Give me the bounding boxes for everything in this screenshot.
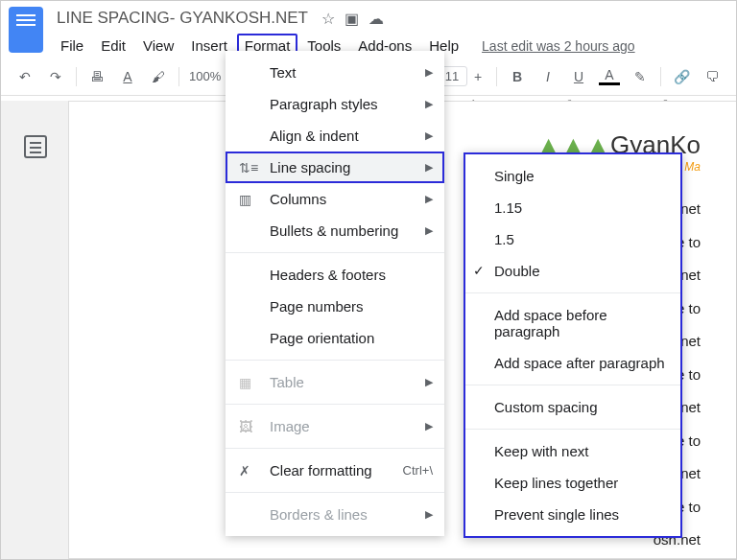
- line-spacing-icon: ⇅≡: [239, 160, 260, 175]
- format-headers-footers[interactable]: Headers & footers: [226, 259, 444, 291]
- format-table: ▦Table▶: [226, 366, 444, 398]
- format-clear-formatting[interactable]: ✗Clear formattingCtrl+\: [226, 455, 444, 486]
- move-icon[interactable]: ▣: [345, 10, 359, 28]
- italic-button[interactable]: I: [537, 66, 559, 87]
- outline-toggle-icon[interactable]: [24, 135, 47, 158]
- undo-button[interactable]: ↶: [14, 66, 36, 87]
- format-bullets[interactable]: Bullets & numbering▶: [226, 215, 444, 246]
- spacing-add-after[interactable]: Add space after paragraph: [465, 347, 680, 379]
- spacing-1-15[interactable]: 1.15: [465, 192, 680, 223]
- format-borders-lines: Borders & lines▶: [226, 499, 444, 530]
- font-size-increase[interactable]: +: [469, 68, 487, 85]
- text-color-button[interactable]: A: [599, 68, 620, 85]
- last-edit-link[interactable]: Last edit was 2 hours ago: [482, 38, 635, 54]
- underline-button[interactable]: U: [568, 66, 589, 87]
- spacing-keep-together[interactable]: Keep lines together: [465, 467, 680, 499]
- insert-comment-button[interactable]: 🗨: [701, 66, 723, 87]
- print-button[interactable]: 🖶: [86, 66, 107, 87]
- header: LINE SPACING- GYANKOSH.NET ☆ ▣ ☁ File Ed…: [1, 1, 736, 58]
- clear-format-icon: ✗: [239, 463, 260, 478]
- bold-button[interactable]: B: [507, 66, 528, 87]
- format-columns[interactable]: ▥Columns▶: [226, 183, 444, 215]
- paint-format-button[interactable]: 🖌: [148, 66, 169, 87]
- table-icon: ▦: [239, 375, 260, 390]
- spacing-single[interactable]: Single: [465, 160, 680, 192]
- columns-icon: ▥: [239, 192, 260, 207]
- spacing-prevent-single[interactable]: Prevent single lines: [465, 499, 680, 530]
- spellcheck-button[interactable]: A: [117, 66, 138, 87]
- menu-edit[interactable]: Edit: [93, 34, 133, 58]
- docs-logo-icon[interactable]: [9, 7, 43, 53]
- spacing-keep-next[interactable]: Keep with next: [465, 435, 680, 467]
- format-dropdown: Text▶ Paragraph styles▶ Align & indent▶ …: [226, 51, 444, 536]
- format-text[interactable]: Text▶: [226, 57, 444, 88]
- line-spacing-submenu: Single 1.15 1.5 ✓Double Add space before…: [464, 152, 682, 538]
- insert-link-button[interactable]: 🔗: [671, 66, 692, 87]
- star-icon[interactable]: ☆: [321, 10, 335, 28]
- format-image: 🖼Image▶: [226, 410, 444, 442]
- cloud-icon[interactable]: ☁: [368, 10, 384, 28]
- format-page-orientation[interactable]: Page orientation: [226, 322, 444, 354]
- spacing-1-5[interactable]: 1.5: [465, 223, 680, 255]
- spacing-custom[interactable]: Custom spacing: [465, 391, 680, 423]
- format-page-numbers[interactable]: Page numbers: [226, 291, 444, 322]
- redo-button[interactable]: ↷: [45, 66, 66, 87]
- highlight-button[interactable]: ✎: [630, 66, 651, 87]
- spacing-add-before[interactable]: Add space before paragraph: [465, 299, 680, 347]
- menu-file[interactable]: File: [53, 34, 91, 58]
- menu-view[interactable]: View: [135, 34, 181, 58]
- format-paragraph-styles[interactable]: Paragraph styles▶: [226, 88, 444, 120]
- check-icon: ✓: [473, 263, 485, 278]
- format-align-indent[interactable]: Align & indent▶: [226, 120, 444, 152]
- format-line-spacing[interactable]: ⇅≡Line spacing▶: [226, 152, 444, 183]
- document-title[interactable]: LINE SPACING- GYANKOSH.NET: [53, 7, 312, 30]
- image-icon: 🖼: [239, 419, 260, 434]
- spacing-double[interactable]: ✓Double: [465, 255, 680, 287]
